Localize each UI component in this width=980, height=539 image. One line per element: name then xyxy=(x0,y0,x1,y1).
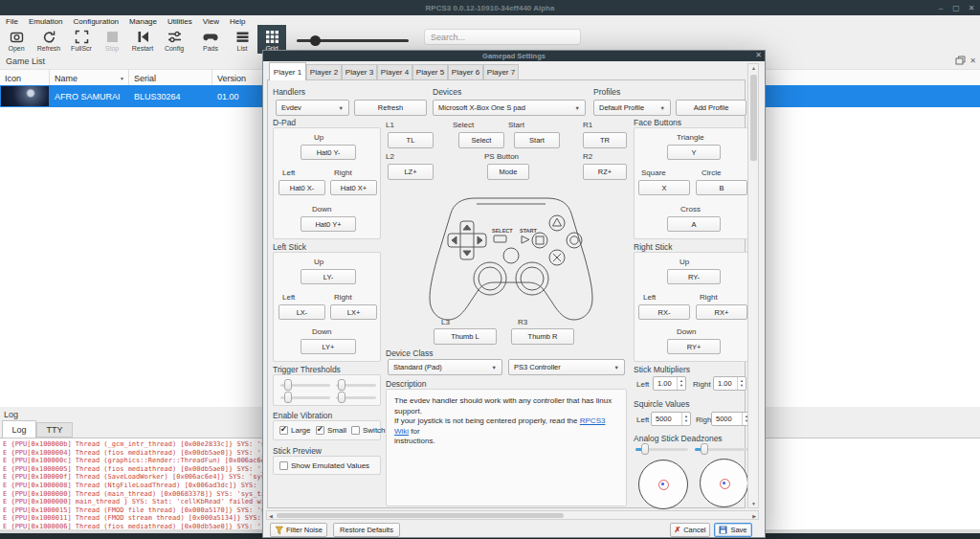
squircle-right-spinbox[interactable]: 5000▲▼ xyxy=(711,412,751,426)
square-bind-button[interactable]: X xyxy=(638,180,690,195)
device-class-select[interactable]: Standard (Pad)▼ xyxy=(388,359,502,375)
dialog-titlebar: Gamepad Settings ✕ xyxy=(263,51,765,61)
menu-view[interactable]: View xyxy=(203,17,219,26)
tab-player-3[interactable]: Player 3 xyxy=(342,64,377,80)
scroll-right-icon[interactable]: ▶ xyxy=(752,513,756,519)
slider-handle[interactable] xyxy=(310,35,321,46)
list-view-button[interactable]: List xyxy=(228,28,256,54)
multiplier-right-spinbox[interactable]: 1.00▲▼ xyxy=(713,376,746,391)
rpcs3-main-window: RPCS3 0.0.12-10910-34eff440 Alpha – ▢ ✕ … xyxy=(0,0,980,539)
start-bind-button[interactable]: Start xyxy=(514,132,560,148)
tab-log[interactable]: Log xyxy=(2,420,36,438)
dialog-vertical-scrollbar[interactable]: ▲ ▼ xyxy=(747,63,759,508)
restart-button[interactable]: Restart xyxy=(128,28,157,54)
l1-bind-button[interactable]: TL xyxy=(388,132,434,148)
pads-button[interactable]: Pads xyxy=(196,28,225,54)
filter-noise-button[interactable]: Filter Noise xyxy=(270,523,327,537)
r2-bind-button[interactable]: RZ+ xyxy=(583,164,627,180)
vibration-large-checkbox[interactable]: Large xyxy=(279,426,310,435)
l2-bind-button[interactable]: LZ+ xyxy=(388,164,434,180)
restore-defaults-button[interactable]: Restore Defaults xyxy=(333,523,400,537)
right-stick-down-bind-button[interactable]: RY+ xyxy=(667,339,721,354)
ps-bind-button[interactable]: Mode xyxy=(487,164,529,180)
left-stick-left-bind-button[interactable]: LX- xyxy=(278,304,325,320)
cancel-button[interactable]: ✗ Cancel xyxy=(670,523,710,537)
menu-emulation[interactable]: Emulation xyxy=(29,17,63,26)
profile-select[interactable]: Default Profile▼ xyxy=(593,100,671,116)
menu-configuration[interactable]: Configuration xyxy=(73,17,119,26)
save-button[interactable]: Save xyxy=(714,523,752,537)
dpad-down-bind-button[interactable]: Hat0 Y+ xyxy=(301,216,356,232)
right-stick-left-bind-button[interactable]: RX- xyxy=(638,304,690,320)
device-select[interactable]: Microsoft X-Box One S pad▼ xyxy=(433,100,586,116)
menu-manage[interactable]: Manage xyxy=(129,17,157,26)
menu-utilities[interactable]: Utilities xyxy=(167,17,192,26)
r3-bind-button[interactable]: Thumb R xyxy=(511,328,574,345)
left-stick-up-bind-button[interactable]: LY- xyxy=(301,269,356,284)
dialog-horizontal-scrollbar[interactable]: ◀ ▶ xyxy=(266,510,759,520)
search-input[interactable] xyxy=(424,29,581,45)
r2-threshold-slider[interactable] xyxy=(280,396,330,399)
show-emulated-values-checkbox[interactable]: Show Emulated Values xyxy=(279,461,369,470)
tab-player-1[interactable]: Player 1 xyxy=(269,62,306,80)
float-panel-icon[interactable] xyxy=(955,56,966,66)
fullscreen-button[interactable]: FullScr xyxy=(67,28,96,54)
select-bind-button[interactable]: Select xyxy=(458,132,504,148)
right-deadzone-slider[interactable] xyxy=(695,448,748,451)
close-icon[interactable]: ✕ xyxy=(965,1,978,14)
open-button[interactable]: Open xyxy=(2,28,31,54)
tab-player-7[interactable]: Player 7 xyxy=(483,64,519,80)
icon-size-slider[interactable] xyxy=(297,39,409,42)
config-button[interactable]: Config xyxy=(160,28,189,54)
refresh-devices-button[interactable]: Refresh xyxy=(354,100,427,116)
dialog-close-icon[interactable]: ✕ xyxy=(755,51,762,59)
triangle-bind-button[interactable]: Y xyxy=(667,145,721,160)
column-header-serial[interactable]: Serial xyxy=(129,70,212,86)
handler-select[interactable]: Evdev▼ xyxy=(276,100,349,116)
spinner-arrows-icon[interactable]: ▲▼ xyxy=(681,413,690,425)
right-stick-right-label: Right xyxy=(700,293,718,302)
spinner-arrows-icon[interactable]: ▲▼ xyxy=(677,377,685,390)
menu-help[interactable]: Help xyxy=(230,17,245,26)
dpad-right-bind-button[interactable]: Hat0 X+ xyxy=(330,180,377,195)
left-stick-right-bind-button[interactable]: LX+ xyxy=(330,304,377,320)
close-panel-icon[interactable]: ✕ xyxy=(969,56,976,65)
tab-player-5[interactable]: Player 5 xyxy=(412,64,448,80)
left-deadzone-slider[interactable] xyxy=(635,448,688,451)
vertical-scroll-thumb[interactable] xyxy=(750,75,757,161)
spinner-arrows-icon[interactable]: ▲▼ xyxy=(737,377,746,390)
circle-bind-button[interactable]: B xyxy=(696,180,747,195)
dpad-left-bind-button[interactable]: Hat0 X- xyxy=(278,180,325,195)
vibration-small-checkbox[interactable]: Small xyxy=(316,426,346,435)
l2-threshold-slider[interactable] xyxy=(280,384,330,387)
tab-tty[interactable]: TTY xyxy=(36,422,73,438)
minimize-icon[interactable]: – xyxy=(934,1,947,14)
add-profile-button[interactable]: Add Profile xyxy=(676,100,746,116)
maximize-icon[interactable]: ▢ xyxy=(949,1,963,14)
horizontal-scroll-thumb[interactable] xyxy=(277,513,564,518)
tab-player-4[interactable]: Player 4 xyxy=(377,64,412,80)
vibration-switch-checkbox[interactable]: Switch xyxy=(351,426,386,435)
scroll-down-icon[interactable]: ▼ xyxy=(751,501,756,506)
multiplier-left-spinbox[interactable]: 1.00▲▼ xyxy=(653,376,686,391)
l3-bind-button[interactable]: Thumb L xyxy=(434,328,497,345)
right-stick-up-bind-button[interactable]: RY- xyxy=(667,269,721,284)
tab-player-6[interactable]: Player 6 xyxy=(448,64,483,80)
r2-preview-slider[interactable] xyxy=(336,396,376,399)
svg-text:SELECT: SELECT xyxy=(492,228,513,234)
scroll-left-icon[interactable]: ◀ xyxy=(269,513,273,519)
column-header-name[interactable]: Name▼ xyxy=(50,70,129,86)
squircle-left-spinbox[interactable]: 5000▲▼ xyxy=(651,412,691,426)
r1-bind-button[interactable]: TR xyxy=(583,132,627,148)
l2-preview-slider[interactable] xyxy=(336,384,376,387)
column-header-icon[interactable]: Icon xyxy=(0,70,50,86)
tab-player-2[interactable]: Player 2 xyxy=(306,64,342,80)
scroll-up-icon[interactable]: ▲ xyxy=(751,65,756,71)
controller-type-select[interactable]: PS3 Controller▼ xyxy=(508,359,625,375)
left-stick-down-bind-button[interactable]: LY+ xyxy=(301,339,356,354)
menu-file[interactable]: File xyxy=(6,17,18,26)
refresh-button[interactable]: Refresh xyxy=(34,28,63,54)
right-stick-right-bind-button[interactable]: RX+ xyxy=(696,304,747,320)
dpad-up-bind-button[interactable]: Hat0 Y- xyxy=(301,145,356,160)
cross-bind-button[interactable]: A xyxy=(667,216,721,232)
